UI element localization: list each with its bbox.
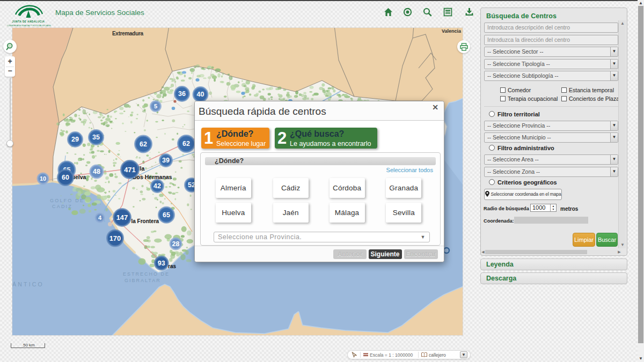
- svg-text:JUNTA DE ANDALUCIA: JUNTA DE ANDALUCIA: [12, 20, 45, 23]
- svg-text:147: 147: [116, 213, 128, 221]
- svg-text:36: 36: [178, 90, 186, 98]
- svg-text:35: 35: [92, 134, 100, 141]
- svg-text:29: 29: [71, 136, 79, 143]
- svg-text:40: 40: [197, 91, 204, 98]
- svg-text:42: 42: [153, 182, 161, 190]
- svg-text:62: 62: [182, 140, 190, 147]
- svg-text:Valencia: Valencia: [442, 28, 462, 34]
- svg-text:4: 4: [98, 215, 102, 221]
- svg-text:Extremadura: Extremadura: [112, 31, 144, 36]
- svg-text:ATLÁNTICO: ATLÁNTICO: [12, 281, 44, 287]
- svg-text:93: 93: [158, 260, 165, 267]
- svg-text:50 km: 50 km: [23, 343, 35, 348]
- svg-text:60: 60: [62, 174, 69, 181]
- svg-text:28: 28: [172, 240, 180, 248]
- svg-text:48: 48: [93, 168, 100, 175]
- svg-text:170: 170: [109, 234, 121, 242]
- svg-text:ras: ras: [168, 263, 176, 269]
- svg-text:CONSEJERÍA DE IGUALDAD Y POLÍT: CONSEJERÍA DE IGUALDAD Y POLÍTICAS SOCIA…: [7, 25, 51, 27]
- svg-text:5: 5: [154, 103, 157, 109]
- svg-text:62: 62: [140, 141, 147, 148]
- svg-text:39: 39: [162, 157, 170, 164]
- svg-text:ESTRECHO DE: ESTRECHO DE: [123, 271, 170, 277]
- svg-text:10: 10: [40, 175, 46, 182]
- svg-text:Dos Hermanas: Dos Hermanas: [133, 174, 172, 180]
- svg-text:CADIZ: CADIZ: [52, 204, 72, 209]
- svg-text:471: 471: [124, 166, 136, 174]
- svg-text:GOLFO DE: GOLFO DE: [50, 198, 84, 203]
- svg-text:65: 65: [163, 211, 170, 219]
- svg-text:GIBRALTAR: GIBRALTAR: [125, 278, 161, 283]
